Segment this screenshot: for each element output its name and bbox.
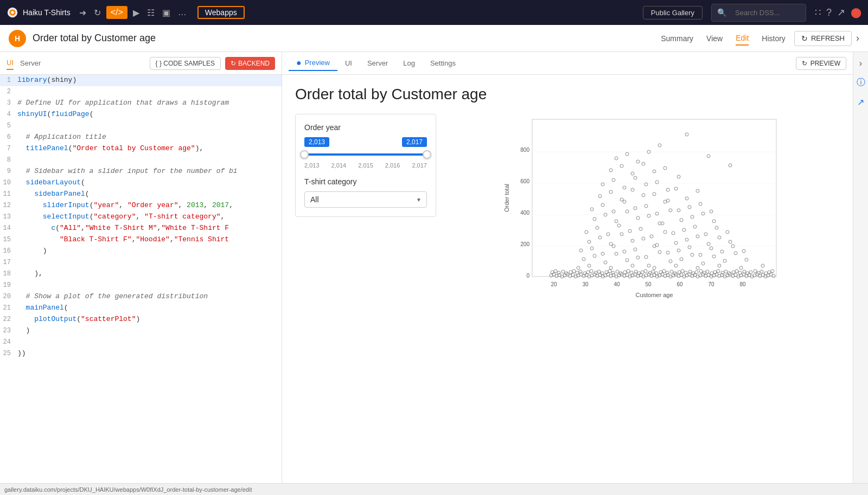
tab-ui-preview[interactable]: UI bbox=[337, 57, 360, 69]
svg-text:600: 600 bbox=[520, 178, 529, 184]
refresh-small-icon: ↻ bbox=[231, 60, 236, 67]
code-line-19: 19 bbox=[0, 280, 282, 291]
top-bar: Haiku T-Shirts ➜ ↻ </> ▶ ☷ ▣ … Webapps P… bbox=[0, 0, 868, 25]
code-line-12: 12 sliderInput("year", "Order year", 201… bbox=[0, 200, 282, 211]
apps-icon[interactable]: ∷ bbox=[815, 7, 821, 18]
scatter-plot: Order total Customer age 0 200 400 600 8… bbox=[447, 114, 840, 298]
run-icon[interactable]: ▶ bbox=[131, 5, 142, 20]
sync-icon[interactable]: ↻ bbox=[92, 5, 103, 20]
preview-dot: ● bbox=[296, 58, 302, 68]
app-title: Order total by Customer age bbox=[295, 86, 840, 103]
code-editor[interactable]: 1 library(shiny) 2 3 # Define UI for app… bbox=[0, 75, 282, 483]
svg-text:20: 20 bbox=[551, 281, 557, 287]
status-bar: gallery.dataiku.com/projects/DKU_HAIKU/w… bbox=[0, 483, 868, 495]
analytics-icon[interactable]: ↗ bbox=[837, 7, 845, 18]
tab-ui[interactable]: UI bbox=[7, 56, 14, 70]
tab-server[interactable]: Server bbox=[20, 57, 41, 69]
year-badges: 2,013 2,017 bbox=[304, 137, 427, 147]
info-icon[interactable]: ⓘ bbox=[854, 75, 867, 91]
tab-log[interactable]: Log bbox=[395, 57, 423, 69]
svg-text:80: 80 bbox=[739, 281, 746, 287]
slider-label-2016: 2,016 bbox=[385, 162, 400, 169]
app-body: Order year 2,013 2,017 2,013 bbox=[295, 114, 840, 300]
svg-text:800: 800 bbox=[520, 147, 529, 153]
code-icon[interactable]: </> bbox=[106, 6, 127, 19]
slider-thumb-left[interactable] bbox=[300, 150, 309, 159]
code-line-23: 23 ) bbox=[0, 325, 282, 337]
nav-summary[interactable]: Summary bbox=[661, 32, 693, 45]
code-tab-right: { } CODE SAMPLES ↻ BACKEND bbox=[150, 57, 275, 70]
share-icon[interactable]: ➜ bbox=[77, 5, 88, 20]
code-line-15: 15 "Black T-Shirt F","Hoodie","Tennis Sh… bbox=[0, 234, 282, 246]
slider-thumb-right[interactable] bbox=[423, 150, 431, 159]
public-gallery-button[interactable]: Public Gallery bbox=[643, 6, 703, 20]
code-line-25: 25 )) bbox=[0, 348, 282, 359]
svg-text:Customer age: Customer age bbox=[635, 292, 673, 298]
slider-label-2013: 2,013 bbox=[304, 162, 320, 169]
category-label: T-shirt category bbox=[304, 177, 427, 186]
external-link-icon[interactable]: ↗ bbox=[855, 95, 866, 110]
year-slider[interactable] bbox=[304, 149, 427, 160]
dashboard-icon[interactable]: ▣ bbox=[160, 5, 173, 20]
top-nav-icons: ➜ ↻ </> ▶ ☷ ▣ … bbox=[77, 5, 189, 20]
refresh-button[interactable]: ↻ REFRESH bbox=[794, 31, 852, 46]
preview-button[interactable]: ↻ PREVIEW bbox=[796, 57, 846, 70]
svg-point-2 bbox=[11, 11, 14, 14]
code-line-1: 1 library(shiny) bbox=[0, 75, 282, 86]
code-line-7: 7 titlePanel("Order total by Customer ag… bbox=[0, 143, 282, 155]
project-name: Haiku T-Shirts bbox=[23, 8, 71, 17]
year-max-badge: 2,017 bbox=[402, 137, 427, 147]
svg-text:70: 70 bbox=[708, 281, 714, 287]
code-line-2: 2 bbox=[0, 86, 282, 98]
svg-text:50: 50 bbox=[645, 281, 652, 287]
code-line-9: 9 # Sidebar with a slider input for the … bbox=[0, 166, 282, 177]
webapps-tab[interactable]: Webapps bbox=[197, 6, 245, 19]
code-line-14: 14 c("All","White T-Shirt M","White T-Sh… bbox=[0, 223, 282, 234]
category-select[interactable]: All White T-Shirt M White T-Shirt F Blac… bbox=[304, 191, 427, 208]
code-line-5: 5 bbox=[0, 120, 282, 132]
help-icon[interactable]: ? bbox=[826, 7, 832, 18]
code-line-16: 16 ) bbox=[0, 246, 282, 257]
back-arrow-icon[interactable]: › bbox=[856, 33, 859, 44]
project-icon: H bbox=[9, 30, 26, 47]
code-line-10: 10 sidebarLayout( bbox=[0, 177, 282, 189]
svg-text:60: 60 bbox=[676, 281, 683, 287]
search-input[interactable] bbox=[730, 7, 800, 19]
backend-button[interactable]: ↻ BACKEND bbox=[225, 57, 275, 70]
tab-settings[interactable]: Settings bbox=[423, 57, 463, 69]
preview-tab-right: ↻ PREVIEW bbox=[796, 57, 846, 70]
svg-text:40: 40 bbox=[614, 281, 620, 287]
preview-tabs: ● Preview UI Server Log Settings ↻ PREVI… bbox=[282, 52, 853, 75]
nav-view[interactable]: View bbox=[706, 32, 723, 45]
table-icon[interactable]: ☷ bbox=[145, 5, 157, 20]
chevron-right-icon[interactable]: › bbox=[857, 56, 864, 70]
svg-text:200: 200 bbox=[520, 241, 529, 247]
svg-text:400: 400 bbox=[520, 210, 529, 216]
main-area: UI Server { } CODE SAMPLES ↻ BACKEND 1 l… bbox=[0, 52, 868, 483]
code-line-8: 8 bbox=[0, 155, 282, 166]
code-panel: UI Server { } CODE SAMPLES ↻ BACKEND 1 l… bbox=[0, 52, 282, 483]
code-samples-button[interactable]: { } CODE SAMPLES bbox=[150, 57, 221, 70]
code-panel-tabs: UI Server { } CODE SAMPLES ↻ BACKEND bbox=[0, 52, 282, 75]
nav-history[interactable]: History bbox=[762, 32, 786, 45]
scatter-container: Order total Customer age 0 200 400 600 8… bbox=[447, 114, 840, 300]
category-dropdown-wrapper: All White T-Shirt M White T-Shirt F Blac… bbox=[304, 191, 427, 208]
preview-content: Order total by Customer age Order year 2… bbox=[282, 75, 853, 483]
preview-panel: ● Preview UI Server Log Settings ↻ PREVI… bbox=[282, 52, 853, 483]
tab-preview[interactable]: ● Preview bbox=[289, 56, 337, 71]
nav-edit[interactable]: Edit bbox=[736, 31, 749, 46]
user-icon[interactable]: ⬤ bbox=[851, 7, 861, 18]
refresh-preview-icon: ↻ bbox=[802, 60, 807, 67]
refresh-icon: ↻ bbox=[801, 34, 808, 43]
svg-text:Order total: Order total bbox=[503, 184, 510, 212]
order-year-label: Order year bbox=[304, 123, 427, 132]
tab-server-preview[interactable]: Server bbox=[360, 57, 395, 69]
top-right-icons: ∷ ? ↗ ⬤ bbox=[815, 7, 861, 18]
slider-track bbox=[304, 153, 427, 156]
code-line-11: 11 sidebarPanel( bbox=[0, 189, 282, 200]
slider-labels: 2,013 2,014 2,015 2,016 2,017 bbox=[304, 162, 427, 169]
second-bar-nav: Summary View Edit History bbox=[661, 31, 786, 46]
slider-label-2017: 2,017 bbox=[412, 162, 427, 169]
code-line-21: 21 mainPanel( bbox=[0, 303, 282, 314]
more-icon[interactable]: … bbox=[176, 5, 189, 20]
